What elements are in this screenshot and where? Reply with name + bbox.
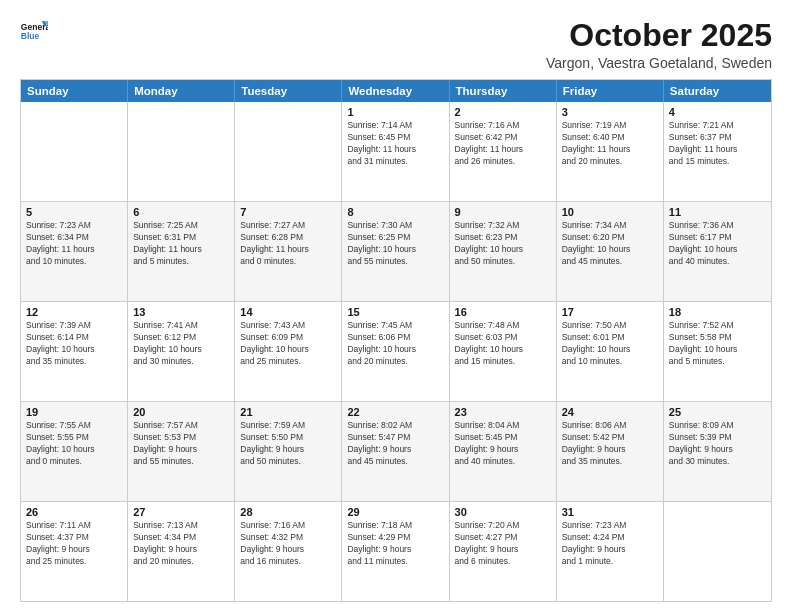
calendar-cell: 31Sunrise: 7:23 AM Sunset: 4:24 PM Dayli… [557,502,664,601]
day-number: 31 [562,506,658,518]
cell-text: Sunrise: 8:09 AM Sunset: 5:39 PM Dayligh… [669,420,766,468]
cell-text: Sunrise: 7:25 AM Sunset: 6:31 PM Dayligh… [133,220,229,268]
calendar-cell: 1Sunrise: 7:14 AM Sunset: 6:45 PM Daylig… [342,102,449,201]
calendar-cell: 18Sunrise: 7:52 AM Sunset: 5:58 PM Dayli… [664,302,771,401]
cell-text: Sunrise: 7:48 AM Sunset: 6:03 PM Dayligh… [455,320,551,368]
cell-text: Sunrise: 7:57 AM Sunset: 5:53 PM Dayligh… [133,420,229,468]
calendar-row: 26Sunrise: 7:11 AM Sunset: 4:37 PM Dayli… [21,502,771,601]
calendar-cell: 25Sunrise: 8:09 AM Sunset: 5:39 PM Dayli… [664,402,771,501]
cell-text: Sunrise: 7:50 AM Sunset: 6:01 PM Dayligh… [562,320,658,368]
cell-text: Sunrise: 7:27 AM Sunset: 6:28 PM Dayligh… [240,220,336,268]
calendar-cell: 23Sunrise: 8:04 AM Sunset: 5:45 PM Dayli… [450,402,557,501]
cell-text: Sunrise: 7:30 AM Sunset: 6:25 PM Dayligh… [347,220,443,268]
calendar-cell: 21Sunrise: 7:59 AM Sunset: 5:50 PM Dayli… [235,402,342,501]
calendar-cell: 3Sunrise: 7:19 AM Sunset: 6:40 PM Daylig… [557,102,664,201]
cell-text: Sunrise: 7:52 AM Sunset: 5:58 PM Dayligh… [669,320,766,368]
cell-text: Sunrise: 7:18 AM Sunset: 4:29 PM Dayligh… [347,520,443,568]
cell-text: Sunrise: 7:11 AM Sunset: 4:37 PM Dayligh… [26,520,122,568]
cell-text: Sunrise: 7:32 AM Sunset: 6:23 PM Dayligh… [455,220,551,268]
day-number: 29 [347,506,443,518]
day-number: 14 [240,306,336,318]
calendar-header-cell: Thursday [450,80,557,102]
day-number: 22 [347,406,443,418]
calendar-cell: 29Sunrise: 7:18 AM Sunset: 4:29 PM Dayli… [342,502,449,601]
calendar-header-cell: Saturday [664,80,771,102]
calendar-cell: 24Sunrise: 8:06 AM Sunset: 5:42 PM Dayli… [557,402,664,501]
day-number: 12 [26,306,122,318]
cell-text: Sunrise: 7:16 AM Sunset: 6:42 PM Dayligh… [455,120,551,168]
day-number: 16 [455,306,551,318]
day-number: 23 [455,406,551,418]
calendar-cell: 26Sunrise: 7:11 AM Sunset: 4:37 PM Dayli… [21,502,128,601]
calendar-cell: 12Sunrise: 7:39 AM Sunset: 6:14 PM Dayli… [21,302,128,401]
calendar-header-cell: Friday [557,80,664,102]
calendar-body: 1Sunrise: 7:14 AM Sunset: 6:45 PM Daylig… [21,102,771,601]
calendar-row: 5Sunrise: 7:23 AM Sunset: 6:34 PM Daylig… [21,202,771,302]
calendar-cell [664,502,771,601]
day-number: 13 [133,306,229,318]
main-title: October 2025 [546,18,772,53]
cell-text: Sunrise: 7:59 AM Sunset: 5:50 PM Dayligh… [240,420,336,468]
day-number: 19 [26,406,122,418]
cell-text: Sunrise: 7:34 AM Sunset: 6:20 PM Dayligh… [562,220,658,268]
day-number: 1 [347,106,443,118]
day-number: 20 [133,406,229,418]
calendar-cell: 5Sunrise: 7:23 AM Sunset: 6:34 PM Daylig… [21,202,128,301]
page: General Blue October 2025 Vargon, Vaestr… [0,0,792,612]
day-number: 25 [669,406,766,418]
day-number: 10 [562,206,658,218]
day-number: 30 [455,506,551,518]
calendar-row: 12Sunrise: 7:39 AM Sunset: 6:14 PM Dayli… [21,302,771,402]
calendar-cell: 2Sunrise: 7:16 AM Sunset: 6:42 PM Daylig… [450,102,557,201]
day-number: 6 [133,206,229,218]
day-number: 3 [562,106,658,118]
title-block: October 2025 Vargon, Vaestra Goetaland, … [546,18,772,71]
calendar-cell: 20Sunrise: 7:57 AM Sunset: 5:53 PM Dayli… [128,402,235,501]
calendar-cell [128,102,235,201]
cell-text: Sunrise: 7:23 AM Sunset: 4:24 PM Dayligh… [562,520,658,568]
calendar-cell: 27Sunrise: 7:13 AM Sunset: 4:34 PM Dayli… [128,502,235,601]
day-number: 2 [455,106,551,118]
day-number: 15 [347,306,443,318]
day-number: 27 [133,506,229,518]
day-number: 4 [669,106,766,118]
day-number: 9 [455,206,551,218]
calendar-cell: 8Sunrise: 7:30 AM Sunset: 6:25 PM Daylig… [342,202,449,301]
calendar-header-cell: Wednesday [342,80,449,102]
calendar-header-cell: Sunday [21,80,128,102]
calendar-row: 1Sunrise: 7:14 AM Sunset: 6:45 PM Daylig… [21,102,771,202]
day-number: 28 [240,506,336,518]
header: General Blue October 2025 Vargon, Vaestr… [20,18,772,71]
cell-text: Sunrise: 8:06 AM Sunset: 5:42 PM Dayligh… [562,420,658,468]
cell-text: Sunrise: 8:02 AM Sunset: 5:47 PM Dayligh… [347,420,443,468]
calendar-cell: 7Sunrise: 7:27 AM Sunset: 6:28 PM Daylig… [235,202,342,301]
calendar-cell: 6Sunrise: 7:25 AM Sunset: 6:31 PM Daylig… [128,202,235,301]
calendar-cell: 22Sunrise: 8:02 AM Sunset: 5:47 PM Dayli… [342,402,449,501]
subtitle: Vargon, Vaestra Goetaland, Sweden [546,55,772,71]
calendar-cell: 9Sunrise: 7:32 AM Sunset: 6:23 PM Daylig… [450,202,557,301]
calendar-header-cell: Tuesday [235,80,342,102]
calendar-cell: 19Sunrise: 7:55 AM Sunset: 5:55 PM Dayli… [21,402,128,501]
day-number: 26 [26,506,122,518]
cell-text: Sunrise: 7:21 AM Sunset: 6:37 PM Dayligh… [669,120,766,168]
cell-text: Sunrise: 7:36 AM Sunset: 6:17 PM Dayligh… [669,220,766,268]
day-number: 18 [669,306,766,318]
cell-text: Sunrise: 7:39 AM Sunset: 6:14 PM Dayligh… [26,320,122,368]
cell-text: Sunrise: 7:55 AM Sunset: 5:55 PM Dayligh… [26,420,122,468]
calendar-cell: 16Sunrise: 7:48 AM Sunset: 6:03 PM Dayli… [450,302,557,401]
calendar-cell: 4Sunrise: 7:21 AM Sunset: 6:37 PM Daylig… [664,102,771,201]
calendar-cell: 30Sunrise: 7:20 AM Sunset: 4:27 PM Dayli… [450,502,557,601]
calendar: SundayMondayTuesdayWednesdayThursdayFrid… [20,79,772,602]
day-number: 21 [240,406,336,418]
day-number: 24 [562,406,658,418]
calendar-cell [21,102,128,201]
cell-text: Sunrise: 7:23 AM Sunset: 6:34 PM Dayligh… [26,220,122,268]
logo: General Blue [20,18,52,46]
calendar-cell: 14Sunrise: 7:43 AM Sunset: 6:09 PM Dayli… [235,302,342,401]
day-number: 8 [347,206,443,218]
cell-text: Sunrise: 7:13 AM Sunset: 4:34 PM Dayligh… [133,520,229,568]
calendar-cell [235,102,342,201]
cell-text: Sunrise: 7:43 AM Sunset: 6:09 PM Dayligh… [240,320,336,368]
cell-text: Sunrise: 8:04 AM Sunset: 5:45 PM Dayligh… [455,420,551,468]
cell-text: Sunrise: 7:14 AM Sunset: 6:45 PM Dayligh… [347,120,443,168]
